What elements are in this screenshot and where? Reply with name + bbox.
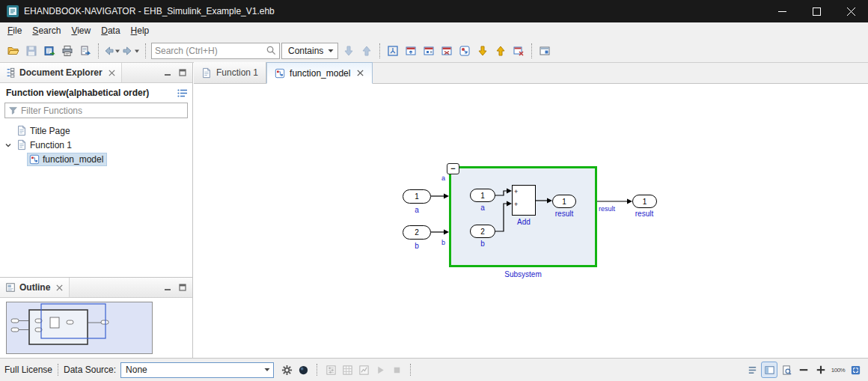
new-window-button[interactable] bbox=[536, 42, 554, 60]
outline-tab[interactable]: Outline bbox=[0, 278, 70, 297]
export-button[interactable] bbox=[76, 42, 94, 60]
handbook-icon bbox=[43, 45, 55, 57]
filter-funnel-icon bbox=[8, 106, 18, 115]
tree-item-label: function_model bbox=[43, 154, 103, 165]
data-source-select[interactable]: None bbox=[120, 362, 274, 378]
subsystem-inport-b[interactable]: 2 bbox=[470, 225, 495, 238]
show-in-model-button[interactable] bbox=[384, 42, 402, 60]
subsystem-inport-a[interactable]: 1 bbox=[470, 189, 495, 202]
search-previous-button[interactable] bbox=[358, 42, 376, 60]
calibration-button[interactable] bbox=[323, 362, 339, 378]
open-button[interactable] bbox=[4, 42, 22, 60]
previous-function-button[interactable] bbox=[492, 42, 510, 60]
outport-block-result[interactable]: 1 bbox=[632, 195, 657, 208]
down-arrow-icon bbox=[343, 45, 355, 57]
status-separator bbox=[58, 364, 58, 376]
open-function-button[interactable] bbox=[456, 42, 474, 60]
function-view-label: Function view(alphabetical order) bbox=[6, 88, 149, 98]
data-source-monitor-button[interactable] bbox=[295, 362, 311, 378]
maximize-panel-button[interactable] bbox=[176, 67, 189, 79]
menu-data[interactable]: Data bbox=[96, 24, 125, 37]
inport-number: 2 bbox=[480, 228, 485, 236]
close-submodel-button[interactable] bbox=[438, 42, 456, 60]
view-list-button[interactable] bbox=[744, 362, 760, 378]
minimize-icon bbox=[778, 7, 786, 16]
menu-help[interactable]: Help bbox=[126, 24, 155, 37]
tree-item-title-page[interactable]: Title Page bbox=[0, 124, 192, 138]
title-bar: EHANDBOOK-NAVIGATOR - EHB_Simulink_Examp… bbox=[0, 0, 868, 22]
menu-view[interactable]: View bbox=[66, 24, 96, 37]
experiment-button[interactable] bbox=[355, 362, 372, 378]
subsystem-inport-label-a: a bbox=[480, 204, 485, 212]
print-button[interactable] bbox=[58, 42, 76, 60]
outline-thumbnail[interactable] bbox=[6, 302, 153, 354]
eye-marble-icon bbox=[298, 365, 309, 376]
minimize-window-button[interactable] bbox=[765, 0, 799, 22]
forward-arrow-icon bbox=[122, 45, 134, 57]
zoom-in-button[interactable] bbox=[813, 362, 829, 378]
export-icon bbox=[79, 45, 91, 57]
selected-tree-item[interactable]: function_model bbox=[27, 153, 107, 166]
menu-file[interactable]: File bbox=[2, 24, 27, 37]
minimize-panel-button[interactable] bbox=[161, 281, 174, 293]
start-button[interactable] bbox=[372, 362, 388, 378]
tree-item-function-1[interactable]: Function 1 bbox=[0, 138, 192, 152]
document-explorer-close-button[interactable] bbox=[108, 69, 116, 77]
import-handbook-button[interactable] bbox=[40, 42, 58, 60]
search-mode-dropdown[interactable]: Contains bbox=[281, 43, 338, 59]
data-source-label: Data Source: bbox=[64, 365, 116, 375]
zoom-out-button[interactable] bbox=[795, 362, 812, 378]
maximize-window-button[interactable] bbox=[799, 0, 834, 22]
stop-button[interactable] bbox=[388, 362, 405, 378]
document-icon bbox=[16, 125, 27, 136]
tree-item-label: Function 1 bbox=[30, 140, 72, 150]
close-window-button[interactable] bbox=[834, 0, 868, 22]
stop-icon bbox=[391, 365, 403, 376]
remove-model-button[interactable] bbox=[510, 42, 528, 60]
minimize-panel-button[interactable] bbox=[161, 67, 174, 79]
menu-search[interactable]: Search bbox=[27, 24, 66, 37]
outline-close-button[interactable] bbox=[55, 284, 64, 292]
subsystem-collapse-button[interactable]: − bbox=[447, 163, 459, 174]
inport-block-a[interactable]: 1 bbox=[403, 189, 431, 204]
open-parent-model-button[interactable] bbox=[402, 42, 420, 60]
next-function-button[interactable] bbox=[474, 42, 492, 60]
view-menu-button[interactable] bbox=[177, 88, 188, 98]
filter-functions-input[interactable] bbox=[21, 106, 184, 116]
license-status: Full License bbox=[4, 365, 52, 375]
back-button[interactable] bbox=[103, 42, 122, 60]
toggle-preview-button[interactable] bbox=[778, 362, 795, 378]
maximize-panel-button[interactable] bbox=[176, 281, 189, 293]
add-block[interactable]: + + bbox=[512, 185, 536, 216]
panel-buttons bbox=[161, 67, 192, 79]
measurement-button[interactable] bbox=[339, 362, 355, 378]
close-icon bbox=[108, 69, 116, 77]
tab-function-model[interactable]: function_model bbox=[266, 62, 373, 84]
inport-block-b[interactable]: 2 bbox=[403, 225, 431, 240]
function-tree: Title Page Function 1 function_model bbox=[0, 121, 192, 166]
save-button[interactable] bbox=[22, 42, 40, 60]
editor-tab-bar: Function 1 function_model bbox=[194, 63, 868, 84]
back-arrow-icon bbox=[103, 45, 114, 57]
search-input[interactable] bbox=[152, 46, 266, 56]
outline-header: Outline bbox=[0, 278, 192, 298]
chevron-down-icon bbox=[328, 49, 334, 53]
search-next-button[interactable] bbox=[340, 42, 358, 60]
tab-close-button[interactable] bbox=[356, 69, 364, 77]
tree-expander[interactable] bbox=[3, 141, 13, 149]
outport-label-result: result bbox=[635, 210, 653, 218]
zoom-reset-button[interactable]: 100% bbox=[830, 362, 846, 378]
subsystem-outport[interactable]: 1 bbox=[552, 195, 576, 208]
outline-title: Outline bbox=[19, 282, 50, 293]
model-canvas[interactable]: − 1 a 2 b a b result 1 a 2 b + + Add 1 bbox=[194, 84, 868, 358]
forward-button[interactable] bbox=[122, 42, 141, 60]
menu-bar: File Search View Data Help bbox=[0, 22, 868, 39]
tab-function-1[interactable]: Function 1 bbox=[194, 62, 266, 83]
toggle-sidebar-button[interactable] bbox=[761, 362, 777, 378]
tree-item-function-model[interactable]: function_model bbox=[0, 152, 192, 166]
data-source-settings-button[interactable] bbox=[278, 362, 295, 378]
fit-to-window-button[interactable] bbox=[847, 362, 864, 378]
open-submodel-button[interactable] bbox=[420, 42, 438, 60]
document-explorer-tab[interactable]: Document Explorer bbox=[0, 63, 122, 82]
outport-number: 1 bbox=[562, 198, 566, 206]
